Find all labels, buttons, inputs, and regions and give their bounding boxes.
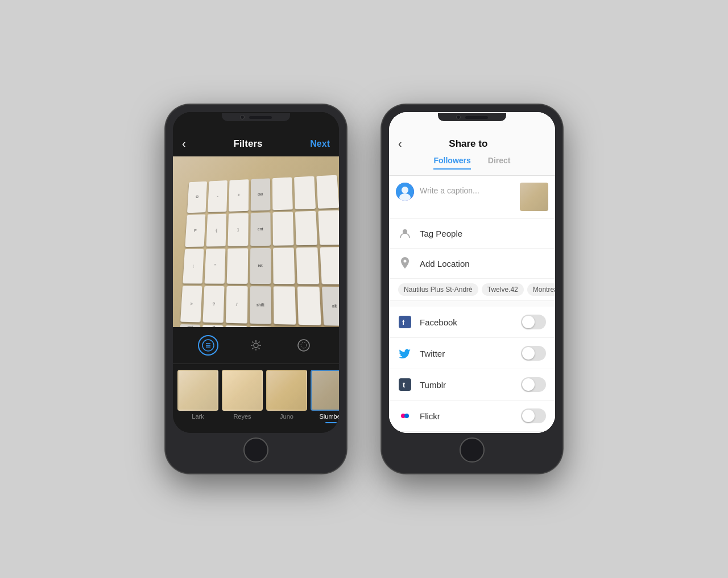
key [227,248,248,283]
twitter-label: Twitter [420,349,513,358]
key [272,177,292,209]
key: P [185,214,205,247]
back-button[interactable]: ‹ [398,137,402,150]
key: del [250,178,270,210]
swarm-item: Swarm [389,432,555,433]
tumblr-label: Tumblr [420,380,513,390]
toggle-knob [522,378,535,391]
vignette-icon[interactable] [293,335,314,356]
filter-juno-label: Juno [280,413,293,420]
tab-direct[interactable]: Direct [488,156,511,170]
filter-lark-label: Lark [192,413,204,420]
svg-rect-20 [399,316,411,328]
avatar [396,183,414,201]
svg-point-19 [404,260,407,263]
svg-point-13 [298,340,309,351]
key: ▲▼ [225,325,247,327]
key: - [208,180,228,212]
svg-text:t: t [403,381,406,389]
key: } [228,213,248,246]
twitter-item[interactable]: Twitter [389,338,555,369]
svg-line-12 [253,348,254,349]
key: O [187,181,207,213]
flickr-label: Flickr [420,411,513,421]
tumblr-item[interactable]: t Tumblr [389,369,555,401]
flickr-item[interactable]: Flickr [389,401,555,432]
key: " [204,249,225,283]
key: ent [250,212,270,246]
share-screen: ‹ Share to Followers Direct [389,112,555,433]
key: ; [183,249,204,283]
key [295,210,317,245]
photo-preview: O - + del P { } ent ; [173,156,339,327]
key: + [229,179,249,211]
top-bar [438,113,506,121]
key: ret [250,248,271,284]
key [273,286,296,325]
svg-line-9 [253,342,254,343]
option-key: opt [180,324,200,327]
location-chips: Nautilus Plus St-André Twelve.42 Montrea… [389,279,555,301]
caption-input[interactable]: Write a caption... [420,183,514,195]
key [272,212,293,246]
camera-dot [456,115,461,119]
filter-thumbnails-row: Lark Reyes Juno Slumber Crema [173,364,339,433]
svg-line-11 [259,342,260,343]
svg-line-10 [259,348,260,349]
filter-reyes-label: Reyes [233,413,251,420]
page-title: Filters [233,138,262,150]
left-phone: ‹ Filters Next O - + del P { [165,104,347,474]
keyboard-image: O - + del P { } ent ; [173,156,339,327]
key [320,247,339,284]
share-section-basic: Tag People Add Location [389,218,555,301]
add-location-item[interactable]: Add Location [389,249,555,279]
svg-point-16 [402,187,408,193]
tag-people-item[interactable]: Tag People [389,218,555,249]
tab-followers[interactable]: Followers [433,156,470,170]
home-button[interactable] [460,437,485,463]
filter-reyes[interactable]: Reyes [222,370,263,433]
twitter-icon [398,346,412,360]
location-icon [398,257,412,270]
flickr-icon [398,409,412,423]
svg-point-14 [301,342,307,348]
filter-lark[interactable]: Lark [177,370,218,433]
key: shift [249,286,271,324]
filter-juno[interactable]: Juno [266,370,307,433]
next-button[interactable]: Next [310,139,330,149]
twitter-toggle[interactable] [521,346,546,361]
facebook-item[interactable]: f Facebook [389,307,555,338]
key: ? [202,286,224,323]
facebook-icon: f [398,315,412,329]
flickr-toggle[interactable] [521,408,546,423]
share-section-social: f Facebook [389,307,555,433]
chip-nautilus[interactable]: Nautilus Plus St-André [398,283,478,296]
filter-slumber[interactable]: Slumber [311,370,339,433]
page-title: Share to [449,138,487,150]
speaker [249,116,272,119]
chip-montreal[interactable]: Montreal, Quebe... [527,283,555,296]
key: / [226,286,247,323]
caption-thumbnail [520,183,548,211]
adjust-icon[interactable] [198,335,218,356]
key [316,175,339,209]
key: alt [322,286,339,326]
back-button[interactable]: ‹ [182,137,186,150]
screen: ‹ Share to Followers Direct [389,112,555,433]
key [318,210,339,245]
share-list: Tag People Add Location [389,218,555,433]
facebook-toggle[interactable] [521,315,546,329]
screen: ‹ Filters Next O - + del P { [173,112,339,433]
tumblr-toggle[interactable] [521,377,546,392]
key [297,286,321,325]
tumblr-icon: t [398,378,412,391]
key: ▶ [249,326,271,327]
filter-slumber-label: Slumber [320,413,339,420]
brightness-icon[interactable] [246,335,266,356]
chip-twelve[interactable]: Twelve.42 [482,283,524,296]
key: ◀ [202,325,224,327]
home-button[interactable] [243,437,268,463]
right-phone: ‹ Share to Followers Direct [381,104,563,474]
share-navbar: ‹ Share to Followers Direct [389,112,555,176]
facebook-label: Facebook [420,317,513,327]
